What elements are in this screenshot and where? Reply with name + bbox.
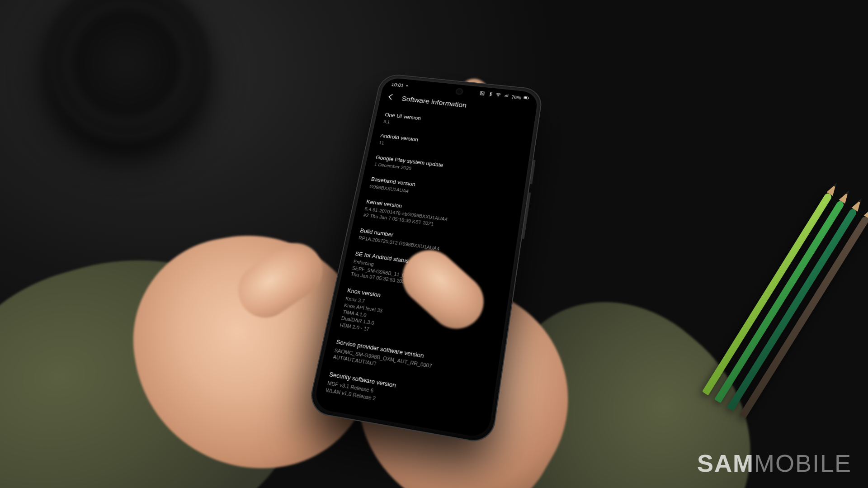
svg-point-0	[498, 96, 499, 97]
watermark-bold: SAM	[697, 450, 754, 477]
nfc-icon	[479, 90, 485, 97]
phone-side-button	[522, 192, 531, 239]
back-button[interactable]	[385, 92, 396, 103]
pencil	[714, 200, 845, 403]
chevron-left-icon	[386, 92, 396, 101]
bluetooth-icon	[487, 91, 493, 98]
page-title: Software information	[401, 95, 467, 109]
camera-lens-prop	[45, 0, 208, 145]
battery-percentage: 76%	[511, 95, 521, 100]
wifi-icon	[495, 92, 501, 99]
watermark: SAMMOBILE	[697, 449, 852, 477]
status-time: 10:01	[391, 82, 404, 88]
pencils	[698, 191, 868, 422]
signal-icon	[503, 93, 509, 100]
status-notification-dot: •	[406, 83, 408, 89]
watermark-light: MOBILE	[754, 450, 852, 477]
photo-scene: 10:01 • 76%	[0, 0, 868, 488]
svg-rect-2	[524, 97, 528, 99]
pencil	[727, 208, 858, 411]
phone-side-button	[530, 160, 536, 185]
battery-icon	[523, 95, 529, 102]
pencil	[702, 192, 833, 395]
pencil	[739, 215, 868, 418]
